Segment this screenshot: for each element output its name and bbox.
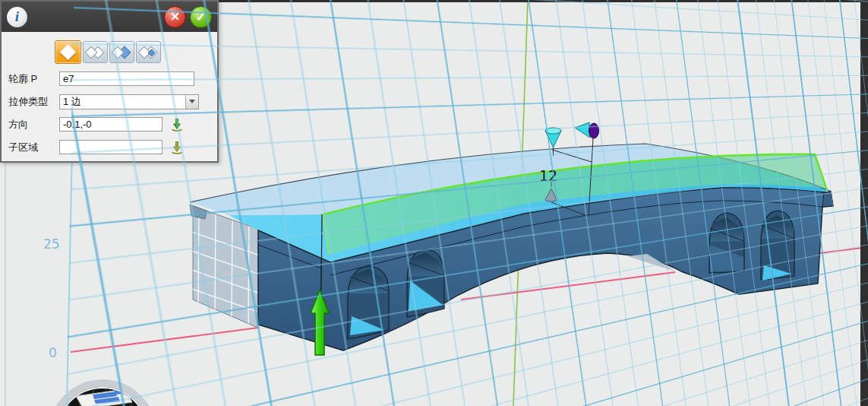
direction-input[interactable] — [59, 117, 163, 132]
info-icon[interactable]: i — [7, 7, 27, 27]
subregion-label: 子区域 — [8, 141, 59, 154]
extrude-mode-union-button[interactable] — [109, 41, 134, 63]
extrude-mode-single-button[interactable] — [55, 40, 81, 64]
chevron-down-icon — [189, 100, 195, 103]
pick-subregion-icon[interactable] — [169, 140, 185, 155]
extrude-mode-double-button[interactable] — [83, 41, 108, 63]
extrude-mode-toolbar — [55, 40, 217, 64]
window-right-edge[interactable] — [860, 0, 868, 406]
extrude-type-select[interactable]: 1 边 — [59, 94, 199, 109]
rotation-knob-icon[interactable] — [589, 123, 599, 138]
direction-field-row: 方向 — [8, 116, 211, 132]
single-diamond-icon — [60, 44, 76, 60]
profile-field-row: 轮廓 P — [8, 71, 211, 87]
x-axis-line-left — [71, 328, 258, 352]
arch-opening-3 — [709, 213, 744, 273]
extrude-type-field-row: 拉伸类型 1 边 — [8, 94, 211, 109]
dialog-header[interactable]: i ✕ ✓ — [2, 2, 217, 32]
cad-application-window: 25 0 — [0, 0, 868, 406]
axis-label-0: 0 — [49, 345, 57, 360]
profile-input[interactable] — [59, 71, 194, 86]
dropdown-button[interactable] — [185, 95, 198, 109]
arch-opening-1 — [348, 266, 389, 339]
confirm-button[interactable]: ✓ — [190, 6, 212, 28]
subregion-field-row: 子区域 — [8, 139, 211, 155]
arch-opening-2 — [407, 249, 444, 317]
profile-label: 轮廓 P — [8, 72, 59, 86]
direction-handle-cone-icon[interactable] — [575, 122, 590, 138]
extrude-type-value: 1 边 — [60, 95, 185, 109]
direction-label: 方向 — [8, 118, 59, 132]
height-handle-cap[interactable] — [545, 128, 561, 134]
right-cap-face — [822, 192, 833, 207]
pick-direction-icon[interactable] — [169, 117, 185, 132]
axis-label-25: 25 — [43, 236, 60, 252]
dimension-label[interactable]: 12 — [539, 167, 557, 184]
extrude-dialog: i ✕ ✓ 轮廓 P — [0, 0, 219, 163]
arch-opening-4 — [761, 211, 794, 281]
extrude-mode-subtract-button[interactable] — [136, 41, 161, 63]
subregion-input[interactable] — [59, 140, 163, 154]
cancel-button[interactable]: ✕ — [164, 6, 186, 28]
extrude-type-label: 拉伸类型 — [8, 95, 59, 109]
